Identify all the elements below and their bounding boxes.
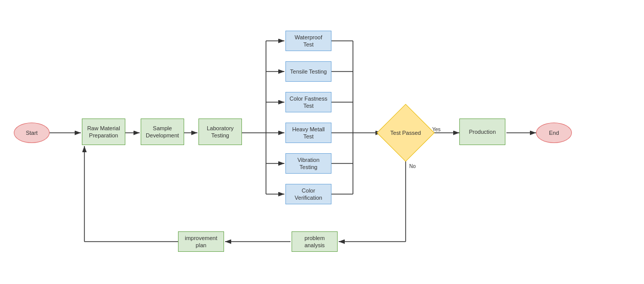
waterproof-label: WaterproofTest [295,34,322,49]
end-label: End [549,129,559,136]
waterproof-node: WaterproofTest [285,31,331,51]
sample-dev-label: SampleDevelopment [146,125,179,139]
test-passed-label: Test Passed [390,129,421,136]
problem-analysis-node: problemanalysis [292,231,338,252]
test-passed-node: Test Passed [383,110,429,156]
flowchart-diagram: Start Raw MaterialPreparation SampleDeve… [0,0,644,284]
raw-material-node: Raw MaterialPreparation [82,119,125,145]
improvement-plan-node: improvementplan [178,231,224,252]
vibration-label: VibrationTesting [297,156,319,171]
color-verif-node: ColorVerification [285,184,331,204]
start-node: Start [14,123,50,143]
heavy-metal-label: Heavy MetallTest [292,126,325,140]
production-label: Production [469,128,496,135]
raw-material-label: Raw MaterialPreparation [87,125,120,139]
end-node: End [536,123,572,143]
no-label: No [409,163,416,169]
heavy-metal-node: Heavy MetallTest [285,123,331,143]
improvement-plan-label: improvementplan [185,234,217,249]
tensile-label: Tensile Testing [290,68,327,75]
color-verif-label: ColorVerification [295,187,322,202]
yes-label: Yes [432,127,440,132]
vibration-node: VibrationTesting [285,153,331,174]
problem-analysis-label: problemanalysis [304,234,325,249]
color-fastness-node: Color FastnessTest [285,92,331,112]
lab-testing-node: LaboratoryTesting [198,119,242,145]
start-label: Start [26,129,37,136]
production-node: Production [459,119,505,145]
lab-testing-label: LaboratoryTesting [207,125,234,139]
color-fastness-label: Color FastnessTest [290,95,327,110]
sample-dev-node: SampleDevelopment [141,119,184,145]
tensile-node: Tensile Testing [285,61,331,82]
